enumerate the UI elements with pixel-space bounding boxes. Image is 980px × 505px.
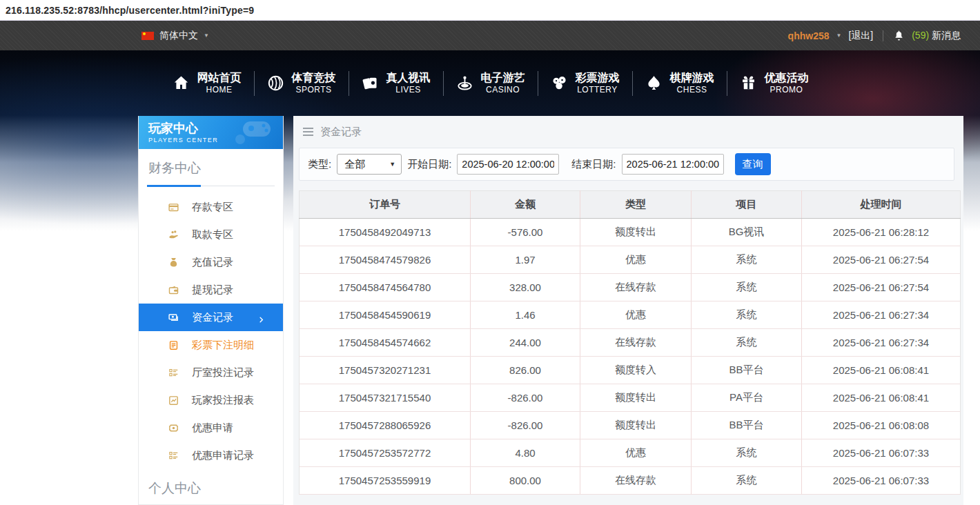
cell-process-time: 2025-06-21 06:27:54 — [802, 246, 961, 274]
sidebar-item[interactable]: 优惠申请记录 — [147, 442, 275, 469]
sidebar-section-title: 财务中心 — [147, 159, 275, 186]
new-messages-link[interactable]: (59) 新消息 — [912, 30, 961, 42]
nav-label-en: PROMO — [765, 85, 809, 95]
nav-item-casino[interactable]: 电子游艺CASINO — [443, 67, 538, 99]
cell-amount: 826.00 — [471, 357, 580, 384]
cell-amount: 1.97 — [471, 246, 580, 274]
nav-label-zh: 体育竞技 — [292, 71, 336, 85]
table-row: 1750457253559919800.00在线存款系统2025-06-21 0… — [300, 467, 961, 495]
chart-icon — [168, 395, 179, 406]
cell-type: 在线存款 — [580, 467, 692, 495]
nav-item-chess[interactable]: 棋牌游戏CHESS — [632, 67, 727, 99]
sidebar-item[interactable]: 取款专区 — [147, 221, 275, 248]
cell-amount: 4.80 — [471, 439, 580, 467]
nav-item-sports[interactable]: 体育竞技SPORTS — [254, 67, 349, 99]
gamepad-icon — [233, 119, 276, 146]
sidebar-item[interactable]: 优惠申请 — [147, 414, 275, 442]
china-flag-icon — [141, 32, 154, 40]
wallet-icon — [168, 284, 179, 296]
nav-label-zh: 棋牌游戏 — [670, 71, 714, 85]
table-row: 17504572535727724.80优惠系统2025-06-21 06:07… — [300, 439, 961, 467]
type-select[interactable]: 全部 ▼ — [337, 154, 402, 175]
sidebar-item-label: 厅室投注记录 — [192, 366, 254, 379]
cell-process-time: 2025-06-21 06:08:41 — [802, 384, 961, 412]
cell-process-time: 2025-06-21 06:07:33 — [802, 467, 961, 495]
start-date-input[interactable] — [457, 154, 559, 175]
logout-link[interactable]: [退出] — [848, 30, 873, 42]
cell-project: BB平台 — [692, 357, 802, 384]
cell-project: 系统 — [692, 246, 802, 274]
nav-label-en: LOTTERY — [576, 85, 620, 95]
sidebar-item-label: 充值记录 — [192, 256, 233, 269]
col-header-project: 项目 — [692, 191, 802, 219]
page-url: 216.118.235.52:8783/hhcp/usercenter.html… — [6, 5, 254, 16]
type-select-value: 全部 — [344, 158, 365, 171]
nav-item-home[interactable]: 网站首页HOME — [159, 67, 254, 99]
gift-icon — [739, 74, 758, 92]
menu-toggle-icon[interactable] — [303, 128, 313, 136]
cell-process-time: 2025-06-21 06:27:54 — [802, 274, 961, 301]
bell-icon[interactable] — [893, 30, 905, 41]
cell-order-no: 1750458474564780 — [300, 274, 471, 301]
cell-project: PA平台 — [692, 384, 802, 412]
sidebar-item[interactable]: 充值记录 — [147, 248, 275, 276]
funds-record-table: 订单号金额类型项目处理时间 1750458492049713-576.00额度转… — [299, 190, 961, 495]
lottery-balls-icon — [550, 74, 569, 92]
nav-item-lottery[interactable]: 彩票游戏LOTTERY — [538, 67, 632, 99]
cell-order-no: 1750457253559919 — [300, 467, 471, 495]
topbar-user-area: qhhw258 ▼ [退出] (59) 新消息 — [788, 30, 961, 42]
sidebar-item[interactable]: 存款专区 — [147, 193, 275, 221]
sidebar-item-label: 优惠申请 — [192, 422, 233, 435]
sidebar-section: 财务中心存款专区取款专区充值记录提现记录资金记录彩票下注明细厅室投注记录玩家投注… — [139, 149, 283, 469]
browser-url-bar: 216.118.235.52:8783/hhcp/usercenter.html… — [0, 0, 980, 21]
cell-type: 优惠 — [580, 439, 692, 467]
main-navbar: 网站首页HOME体育竞技SPORTS真人视讯LIVES电子游艺CASINO彩票游… — [0, 50, 980, 116]
table-row: 1750457288065926-826.00额度转出BB平台2025-06-2… — [300, 412, 961, 439]
sidebar-item[interactable]: 资金记录 — [139, 304, 283, 331]
filter-bar: 类型: 全部 ▼ 开始日期: 结束日期: 查询 — [299, 148, 954, 181]
search-button[interactable]: 查询 — [735, 153, 771, 175]
cash-icon — [168, 312, 179, 324]
end-date-input[interactable] — [622, 154, 724, 175]
ticket-icon — [168, 422, 179, 434]
chevron-down-icon[interactable]: ▼ — [836, 32, 842, 39]
cell-order-no: 1750458454590619 — [300, 301, 471, 329]
cell-project: 系统 — [692, 439, 802, 467]
nav-label-zh: 网站首页 — [197, 71, 242, 85]
end-date-label: 结束日期: — [571, 158, 616, 171]
chevron-down-icon: ▼ — [204, 32, 209, 39]
nav-label-en: SPORTS — [292, 85, 336, 95]
cell-project: 系统 — [692, 329, 802, 357]
cell-order-no: 1750457253572772 — [300, 439, 471, 467]
cell-process-time: 2025-06-21 06:07:33 — [802, 439, 961, 467]
language-selector[interactable]: 简体中文 ▼ — [141, 30, 209, 42]
cell-project: 系统 — [692, 467, 802, 495]
cell-type: 在线存款 — [580, 274, 692, 301]
cell-type: 优惠 — [580, 301, 692, 329]
nav-items: 网站首页HOME体育竞技SPORTS真人视讯LIVES电子游艺CASINO彩票游… — [159, 67, 821, 99]
nav-item-promo[interactable]: 优惠活动PROMO — [727, 67, 821, 99]
cell-project: BG视讯 — [692, 219, 802, 246]
sidebar-item[interactable]: 彩票下注明细 — [147, 331, 275, 359]
sidebar-item[interactable]: 玩家投注报表 — [147, 386, 275, 414]
cell-order-no: 1750458492049713 — [300, 219, 471, 246]
col-header-process-time: 处理时间 — [802, 191, 961, 219]
nav-label-en: CHESS — [670, 85, 714, 95]
nav-label-en: LIVES — [386, 85, 431, 95]
records-table-body: 1750458492049713-576.00额度转出BG视讯2025-06-2… — [300, 219, 961, 495]
sidebar-section: 个人中心 — [139, 469, 283, 505]
username-link[interactable]: qhhw258 — [788, 30, 830, 41]
breadcrumb: 资金记录 — [299, 116, 963, 148]
chevron-right-icon — [257, 314, 265, 321]
sidebar-item[interactable]: 提现记录 — [147, 276, 275, 304]
sidebar-item[interactable]: 厅室投注记录 — [147, 359, 275, 386]
cell-order-no: 1750457321715540 — [300, 384, 471, 412]
cell-amount: 800.00 — [471, 467, 580, 495]
sidebar-banner: 玩家中心 PLAYERS CENTER — [139, 116, 283, 149]
sidebar-item-label: 存款专区 — [192, 201, 233, 214]
table-row: 1750458454574662244.00在线存款系统2025-06-21 0… — [300, 329, 961, 357]
list-icon — [168, 367, 179, 379]
nav-label-zh: 优惠活动 — [765, 71, 809, 85]
nav-item-lives[interactable]: 真人视讯LIVES — [349, 67, 443, 99]
cell-type: 额度转出 — [580, 384, 692, 412]
